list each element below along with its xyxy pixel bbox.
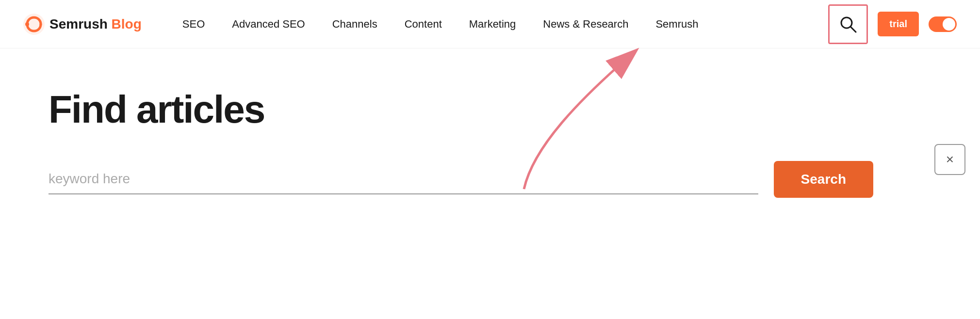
theme-toggle[interactable] (929, 16, 957, 32)
search-icon (839, 15, 857, 33)
nav-item-seo[interactable]: SEO (169, 18, 218, 31)
svg-line-3 (850, 27, 856, 32)
main-content: Find articles Search (0, 48, 980, 227)
close-icon: × (946, 152, 954, 167)
keyword-input[interactable] (49, 164, 758, 194)
nav-item-semrush[interactable]: Semrush (642, 18, 712, 31)
close-button[interactable]: × (934, 144, 965, 175)
logo[interactable]: Semrush Blog (23, 14, 142, 35)
search-row: Search (49, 161, 873, 198)
search-button[interactable]: Search (774, 161, 873, 198)
nav-item-content[interactable]: Content (391, 18, 456, 31)
search-icon-button[interactable] (828, 4, 868, 44)
trial-button[interactable]: trial (878, 12, 919, 36)
nav-links: SEO Advanced SEO Channels Content Market… (169, 18, 828, 31)
navbar: Semrush Blog SEO Advanced SEO Channels C… (0, 0, 980, 48)
page-heading: Find articles (49, 87, 931, 132)
logo-text: Semrush Blog (49, 16, 142, 32)
nav-item-advanced-seo[interactable]: Advanced SEO (218, 18, 318, 31)
nav-item-marketing[interactable]: Marketing (456, 18, 530, 31)
nav-right: trial (828, 4, 957, 44)
svg-point-1 (25, 22, 29, 26)
nav-item-channels[interactable]: Channels (319, 18, 391, 31)
semrush-logo-icon (23, 14, 45, 35)
nav-item-news-research[interactable]: News & Research (529, 18, 642, 31)
